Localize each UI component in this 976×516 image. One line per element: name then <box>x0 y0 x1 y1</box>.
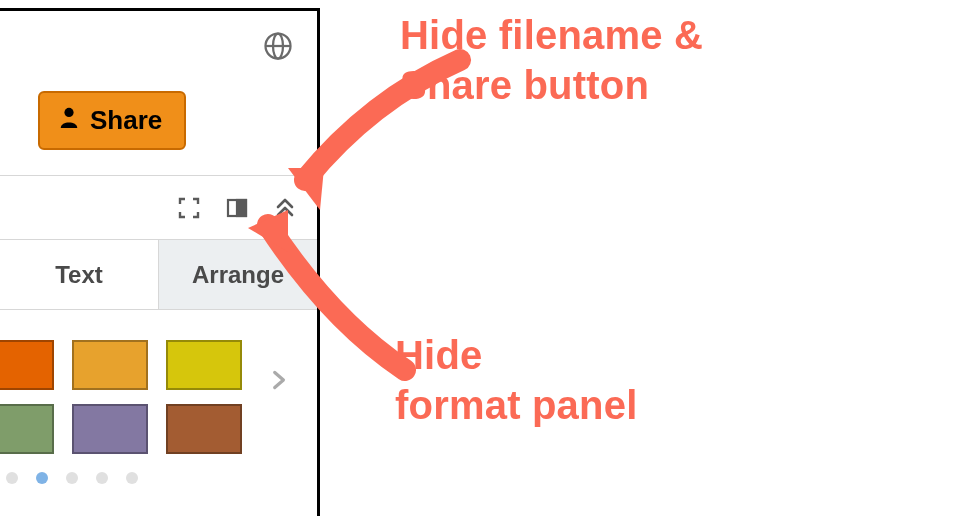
annotation-hide-filename: Hide filename &Share button <box>400 10 703 110</box>
right-panel: Share Text <box>0 8 320 516</box>
tab-arrange-label: Arrange <box>192 261 284 289</box>
tab-text[interactable]: Text <box>0 240 158 309</box>
toolbar-row <box>0 176 317 240</box>
share-button[interactable]: Share <box>38 91 186 150</box>
annotation-hide-format: Hideformat panel <box>395 330 637 430</box>
dot[interactable] <box>66 472 78 484</box>
color-swatch[interactable] <box>166 340 242 390</box>
annotation-text: Hideformat panel <box>395 333 637 427</box>
dot[interactable] <box>126 472 138 484</box>
svg-rect-5 <box>237 200 246 216</box>
chevron-right-icon[interactable] <box>265 362 291 402</box>
tab-arrange[interactable]: Arrange <box>158 240 317 309</box>
share-button-label: Share <box>90 105 162 136</box>
panel-header: Share <box>0 11 317 176</box>
tabs: Text Arrange <box>0 240 317 310</box>
globe-icon[interactable] <box>261 29 295 63</box>
collapse-chevrons-icon[interactable] <box>269 192 301 224</box>
color-swatch[interactable] <box>72 404 148 454</box>
fullscreen-icon[interactable] <box>173 192 205 224</box>
color-swatch[interactable] <box>0 340 54 390</box>
annotation-text: Hide filename &Share button <box>400 13 703 107</box>
dot[interactable] <box>36 472 48 484</box>
color-swatch[interactable] <box>0 404 54 454</box>
person-icon <box>58 105 80 136</box>
color-swatch[interactable] <box>72 340 148 390</box>
panel-toggle-icon[interactable] <box>221 192 253 224</box>
svg-point-3 <box>64 108 73 117</box>
dot[interactable] <box>96 472 108 484</box>
dot[interactable] <box>6 472 18 484</box>
tab-text-label: Text <box>55 261 103 289</box>
color-swatch-area <box>0 310 317 484</box>
color-swatch[interactable] <box>166 404 242 454</box>
pagination-dots <box>6 472 317 484</box>
